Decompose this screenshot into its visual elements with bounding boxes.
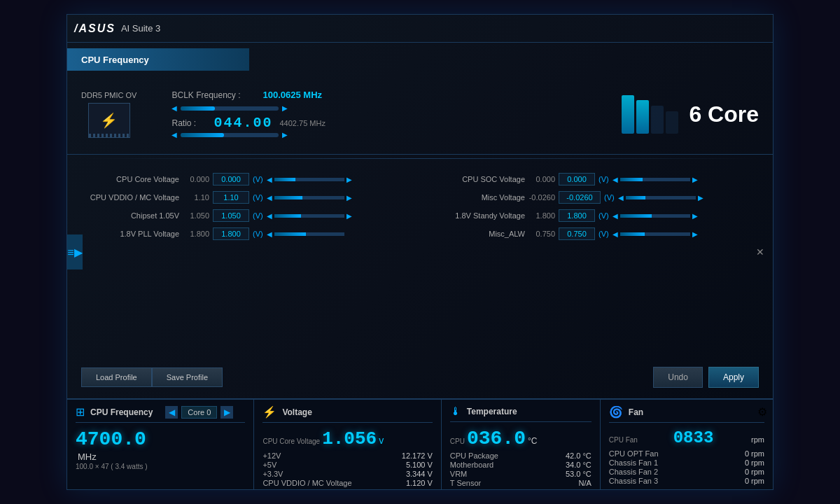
v-input-0[interactable]: [213, 173, 249, 186]
fan-name-1: Chassis Fan 1: [609, 458, 658, 467]
v-input-r2[interactable]: [559, 209, 595, 222]
save-profile-button[interactable]: Save Profile: [152, 368, 223, 387]
section-title: CPU Frequency: [81, 55, 149, 65]
bclk-label: BCLK Frequency :: [172, 90, 255, 100]
fan-val-3: 0 rpm: [745, 477, 764, 485]
cpu-fan-value: 0833: [673, 428, 714, 447]
bclk-row: BCLK Frequency : 100.0625 MHz: [172, 90, 601, 100]
ratio-slider-fill: [181, 133, 224, 137]
v-slider-left-1[interactable]: ◀: [267, 194, 272, 202]
v-input-r1[interactable]: [559, 191, 601, 204]
v-slider-right-r0[interactable]: ▶: [692, 176, 698, 183]
v-input-2[interactable]: [213, 209, 249, 222]
ratio-freq: 4402.75 MHz: [279, 119, 325, 127]
core-prev-arrow[interactable]: ◀: [165, 406, 178, 419]
v-slider-r1: ◀ ▶: [618, 194, 704, 202]
chip-pins: [89, 134, 130, 137]
app-title: AI Suite 3: [121, 23, 160, 34]
v-slider-track-1[interactable]: [274, 196, 344, 200]
v-slider-track-r3[interactable]: [620, 232, 690, 236]
cpu-core-volt-value: 1.056: [322, 428, 377, 449]
volt-row-3: CPU VDDIO / MC Voltage 1.120 V: [262, 479, 432, 487]
temp-val-3: N/A: [578, 479, 591, 487]
v-slider-right-r3[interactable]: ▶: [692, 230, 698, 238]
ratio-slider-track[interactable]: [181, 133, 279, 137]
volt-row-2: +3.3V 3.344 V: [262, 470, 432, 478]
settings-icon[interactable]: ⚙: [757, 405, 767, 419]
v-slider-track-r0[interactable]: [620, 178, 690, 181]
v-slider-track-r2[interactable]: [620, 214, 690, 218]
profile-buttons: Load Profile Save Profile: [81, 368, 223, 387]
sidebar-toggle[interactable]: ≡▶: [67, 234, 83, 270]
v-slider-track-r1[interactable]: [626, 196, 696, 200]
temp-val-0: 42.0 °C: [566, 451, 592, 460]
volt-name-1: +5V: [262, 461, 276, 469]
cpu-fan-label: CPU Fan: [609, 436, 638, 444]
voltage-row-r0: CPU SOC Voltage 0.000 (V) ◀ ▶: [427, 173, 759, 186]
v-slider-track-2[interactable]: [274, 214, 344, 218]
volt-val-3: 1.120 V: [406, 479, 433, 487]
v-input-r0[interactable]: [559, 173, 595, 186]
v-unit-r1: (V): [604, 193, 615, 202]
voltage-header: ⚡ Voltage: [262, 405, 432, 423]
cpu-freq-title: CPU Frequency: [90, 407, 153, 417]
v-slider-left-r0[interactable]: ◀: [612, 176, 618, 183]
v-val-r2: 1.800: [528, 211, 555, 220]
v-label-1: CPU VDDIO / MC Voltage: [81, 193, 179, 202]
bclk-left-arrow[interactable]: ◀: [172, 104, 177, 112]
v-slider-left-3[interactable]: ◀: [267, 230, 272, 238]
load-profile-button[interactable]: Load Profile: [81, 368, 152, 387]
v-slider-r3: ◀ ▶: [612, 230, 698, 238]
bclk-right-arrow[interactable]: ▶: [282, 104, 288, 112]
v-slider-left-r3[interactable]: ◀: [612, 230, 618, 238]
battery-group: [622, 95, 678, 134]
battery-4: [666, 111, 678, 134]
cpu-temp-label: CPU: [450, 438, 465, 445]
v-slider-left-r1[interactable]: ◀: [618, 194, 624, 202]
v-input-1[interactable]: [213, 191, 249, 204]
v-slider-2: ◀ ▶: [267, 212, 352, 220]
v-slider-right-2[interactable]: ▶: [346, 212, 352, 220]
v-input-3[interactable]: [213, 227, 249, 240]
asus-logo: /ASUS: [74, 22, 115, 35]
v-slider-right-r1[interactable]: ▶: [698, 194, 704, 202]
close-button[interactable]: ✕: [753, 245, 767, 259]
voltages-left: CPU Core Voltage 0.000 (V) ◀ ▶ CPU VDDIO…: [81, 173, 413, 240]
v-slider-left-2[interactable]: ◀: [267, 212, 272, 220]
cpu-temp-value: 036.0: [467, 428, 526, 449]
v-slider-r0: ◀ ▶: [612, 176, 698, 183]
v-val-r1: -0.0260: [528, 193, 555, 202]
v-slider-track-0[interactable]: [274, 178, 344, 181]
v-slider-track-3[interactable]: [274, 232, 344, 236]
v-slider-left-0[interactable]: ◀: [267, 176, 272, 183]
v-input-r3[interactable]: [559, 227, 595, 240]
voltage-row-2: Chipset 1.05V 1.050 (V) ◀ ▶: [81, 209, 413, 222]
v-slider-3: ◀: [267, 230, 344, 238]
v-slider-left-r2[interactable]: ◀: [612, 212, 618, 220]
v-val-0: 0.000: [183, 175, 209, 183]
cpu-freq-value: 4700.0: [76, 428, 245, 450]
undo-button[interactable]: Undo: [653, 367, 703, 388]
core-display: 6 Core: [622, 95, 759, 134]
bclk-slider: ◀ ▶: [172, 104, 601, 112]
cpu-temp-unit: °C: [528, 436, 537, 446]
ratio-left-arrow[interactable]: ◀: [172, 131, 177, 139]
ratio-right-arrow[interactable]: ▶: [282, 131, 288, 139]
cpu-freq-header: ⊞ CPU Frequency ◀ Core 0 ▶: [76, 405, 245, 423]
fan-panel: ⚙ 🌀 Fan CPU Fan 0833 rpm CPU OPT Fan 0 r…: [601, 400, 773, 489]
v-slider-right-r2[interactable]: ▶: [692, 212, 698, 220]
core-next-arrow[interactable]: ▶: [220, 406, 233, 419]
fan-row-2: Chassis Fan 2 0 rpm: [609, 468, 764, 476]
voltage-icon: ⚡: [262, 405, 276, 419]
volt-name-0: +12V: [262, 451, 281, 460]
temp-val-2: 53.0 °C: [566, 470, 592, 478]
cpu-core-volt-label: CPU Core Voltage: [262, 438, 320, 445]
v-slider-right-0[interactable]: ▶: [346, 176, 352, 183]
bclk-slider-track[interactable]: [181, 106, 279, 111]
battery-1: [622, 95, 634, 134]
apply-button[interactable]: Apply: [708, 367, 759, 388]
v-unit-r2: (V): [598, 211, 609, 220]
v-slider-right-1[interactable]: ▶: [346, 194, 352, 202]
ddr5-label: DDR5 PMIC OV: [81, 91, 136, 99]
undo-apply-group: Undo Apply: [653, 367, 759, 388]
